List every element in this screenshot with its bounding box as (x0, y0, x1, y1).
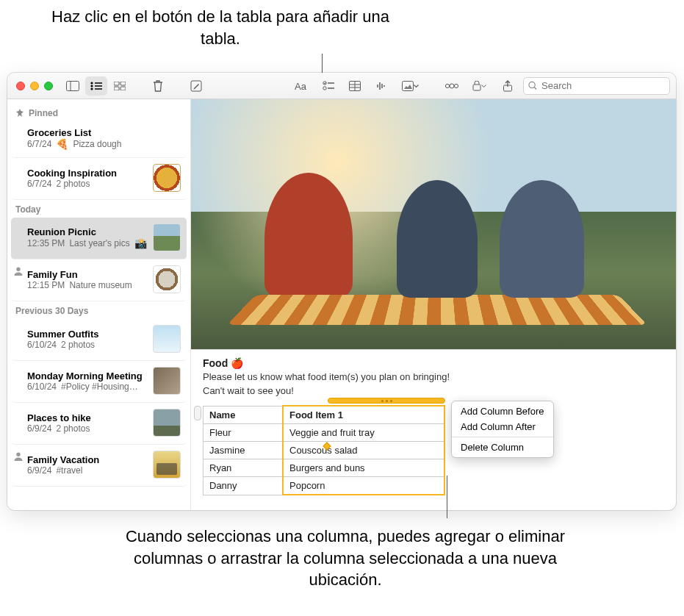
sidebar-toggle-icon[interactable] (62, 76, 84, 96)
callout-top: Haz clic en el botón de la tabla para añ… (37, 6, 404, 49)
note-hero-image (191, 99, 676, 350)
view-mode-group (62, 76, 131, 96)
table-cell[interactable]: Burgers and buns (283, 459, 444, 477)
table-row: RyanBurgers and buns (204, 459, 445, 477)
svg-point-28 (454, 84, 458, 87)
table-header[interactable]: Name (204, 406, 284, 424)
media-menu-icon[interactable] (397, 76, 425, 96)
note-title: Reunion Picnic (27, 226, 147, 237)
note-item-cooking[interactable]: Cooking Inspiration 6/7/24 2 photos (11, 158, 187, 200)
window-controls (13, 82, 57, 90)
svg-point-16 (323, 86, 326, 89)
menu-add-column-before[interactable]: Add Column Before (452, 404, 553, 419)
shared-note-icon (13, 451, 24, 462)
svg-rect-11 (120, 87, 126, 90)
apple-emoji-icon: 🍎 (231, 357, 243, 369)
note-thumbnail (153, 325, 181, 353)
audio-icon[interactable] (370, 76, 392, 96)
svg-rect-8 (114, 82, 119, 85)
section-prev30: Previous 30 Days (11, 301, 187, 319)
table-icon[interactable] (344, 76, 366, 96)
pin-icon (15, 109, 24, 118)
note-snippet: Last year's pics (69, 238, 129, 248)
note-title: Groceries List (27, 127, 181, 138)
note-title: Summer Outfits (27, 329, 147, 340)
table-cell[interactable]: Popcorn (283, 477, 444, 495)
svg-point-31 (529, 82, 535, 87)
note-body[interactable]: Food 🍎 Please let us know what food item… (191, 350, 676, 510)
note-description-line1: Please let us know what food item(s) you… (203, 370, 664, 384)
note-item-outfits[interactable]: Summer Outfits 6/10/24 2 photos (11, 319, 187, 361)
svg-line-32 (534, 87, 536, 90)
table-cell[interactable]: Jasmine (204, 442, 284, 459)
table-cell[interactable]: Veggie and fruit tray (283, 424, 444, 442)
note-snippet: 2 photos (56, 423, 90, 434)
note-date: 6/9/24 (27, 423, 51, 434)
note-thumbnail (153, 265, 181, 293)
section-pinned-label: Pinned (29, 108, 58, 118)
note-snippet: Nature museum (69, 280, 132, 290)
table-row-handle[interactable] (194, 406, 201, 420)
note-heading: Food 🍎 (203, 357, 664, 369)
note-thumbnail (153, 164, 181, 192)
note-thumbnail (153, 367, 181, 395)
svg-rect-29 (473, 85, 480, 90)
section-pinned: Pinned (11, 104, 187, 121)
food-table[interactable]: Name Food Item 1 FleurVeggie and fruit t… (203, 405, 445, 495)
table-cell[interactable]: Danny (204, 477, 284, 495)
lock-icon[interactable] (467, 76, 492, 96)
note-date: 6/10/24 (27, 340, 57, 350)
note-item-vacation[interactable]: Family Vacation 6/9/24 #travel (11, 445, 187, 487)
table-cell[interactable]: Ryan (204, 459, 284, 477)
note-title: Monday Morning Meeting (27, 370, 147, 382)
callout-bottom-leader (447, 476, 447, 518)
section-today-label: Today (15, 204, 40, 215)
table-cell[interactable]: Couscous salad (283, 442, 444, 459)
svg-point-33 (16, 268, 20, 271)
note-thumbnail (153, 223, 181, 251)
minimize-button[interactable] (30, 82, 39, 90)
table-column-handle[interactable] (328, 398, 445, 404)
note-item-reunion[interactable]: Reunion Picnic 12:35 PM Last year's pics… (11, 218, 187, 259)
note-title: Family Vacation (27, 454, 147, 465)
column-context-menu: Add Column Before Add Column After Delet… (451, 401, 554, 458)
table-cell[interactable]: Fleur (204, 424, 284, 442)
svg-point-27 (445, 84, 449, 87)
note-date: 6/10/24 (27, 382, 57, 392)
svg-point-34 (16, 453, 20, 456)
note-thumbnail (153, 451, 181, 479)
fullscreen-button[interactable] (44, 82, 53, 90)
camera-emoji-icon: 📸 (134, 237, 147, 249)
note-heading-text: Food (203, 357, 228, 369)
search-input[interactable] (541, 80, 665, 91)
notes-list-sidebar[interactable]: Pinned Groceries List 6/7/24 🍕 Pizza dou… (7, 99, 191, 510)
note-item-familyfun[interactable]: Family Fun 12:15 PM Nature museum (11, 259, 187, 301)
note-date: 12:15 PM (27, 280, 65, 290)
svg-rect-0 (67, 81, 79, 90)
table-header-selected[interactable]: Food Item 1 (283, 406, 444, 424)
note-date: 12:35 PM (27, 238, 65, 248)
note-item-meeting[interactable]: Monday Morning Meeting 6/10/24 #Policy #… (11, 361, 187, 403)
svg-rect-9 (120, 82, 126, 85)
note-snippet: 2 photos (61, 340, 95, 350)
format-text-icon[interactable]: Aa (291, 76, 313, 96)
list-view-icon[interactable] (85, 76, 107, 96)
gallery-view-icon[interactable] (109, 76, 131, 96)
menu-add-column-after[interactable]: Add Column After (452, 419, 553, 434)
new-note-icon[interactable] (185, 76, 207, 96)
close-button[interactable] (16, 82, 25, 90)
shared-note-icon (13, 266, 24, 276)
note-date: 6/7/24 (27, 139, 51, 149)
checklist-icon[interactable] (317, 76, 339, 96)
note-snippet: Pizza dough (73, 139, 121, 149)
note-item-groceries[interactable]: Groceries List 6/7/24 🍕 Pizza dough (11, 121, 187, 158)
share-icon[interactable] (497, 76, 519, 96)
note-snippet: 2 photos (56, 179, 90, 189)
trash-icon[interactable] (147, 76, 169, 96)
menu-delete-column[interactable]: Delete Column (452, 440, 553, 455)
note-item-hike[interactable]: Places to hike 6/9/24 2 photos (11, 403, 187, 445)
link-icon[interactable] (441, 76, 463, 96)
table-row: DannyPopcorn (204, 477, 445, 495)
table-header-row: Name Food Item 1 (204, 406, 445, 424)
search-field[interactable] (523, 77, 670, 95)
